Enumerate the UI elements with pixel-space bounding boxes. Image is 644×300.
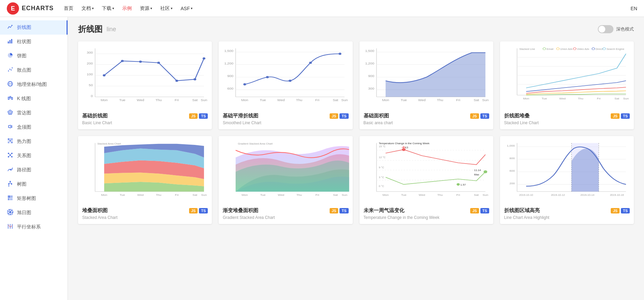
svg-point-72 [139,61,142,63]
toggle-switch[interactable] [598,25,613,33]
sidebar-item-pie[interactable]: 饼图 [0,49,68,63]
svg-text:Wed: Wed [418,98,425,102]
dark-mode-toggle[interactable]: 深色模式 [598,25,634,33]
svg-point-97 [309,62,312,64]
svg-text:12 °C: 12 °C [379,156,385,159]
svg-text:1,200: 1,200 [224,62,234,65]
chart-title-zh: 未来一周气温变化 JS TS [364,207,489,214]
main-nav: 首页 文档▾ 下载▾ 示例 资源▾ 社区▾ ASF▾ [64,5,631,12]
sidebar-item-boxplot[interactable]: 盒须图 [0,120,68,134]
chart-preview-gradient-area: Gradient Stacked Area Chart Mon Tue Wed [219,136,352,204]
main-content: 折线图 line 深色模式 0 50 100 [68,17,644,231]
svg-point-73 [157,62,160,64]
chart-title-en: Smoothed Line Chart [223,120,348,125]
svg-rect-52 [10,198,13,200]
chart-card-temp[interactable]: Temperature Change in the Coming Week 15… [360,136,493,224]
svg-text:Email: Email [547,48,553,51]
chart-info-basic-area: 基础面积图 JS TS Basic area chart [360,109,493,129]
chart-title-en: Temperature Change in the Coming Week [364,215,489,220]
chart-title-zh: 堆叠面积图 JS TS [82,207,208,214]
sidebar-item-map[interactable]: 地理坐标/地图 [0,77,68,92]
svg-rect-28 [8,142,9,143]
svg-point-46 [11,183,12,185]
svg-text:Mon: Mon [100,98,108,102]
chart-card-smooth-line[interactable]: 1,500 1,200 900 600 [219,41,352,129]
svg-text:Wed: Wed [419,193,425,196]
sidebar-label-radar: 雷达图 [17,110,31,116]
sidebar-item-treemap[interactable]: 矩形树图 [0,191,68,206]
badge-ts: TS [480,208,489,213]
svg-text:Mon: Mon [382,193,389,196]
nav-examples[interactable]: 示例 [122,5,132,12]
svg-text:Wed: Wed [277,98,285,102]
svg-text:Fri: Fri [315,98,319,102]
nav-resources[interactable]: 资源▾ [140,5,152,12]
svg-text:Sun: Sun [201,193,207,196]
sidebar-label-pie: 饼图 [17,53,26,59]
sidebar-item-sunburst[interactable]: 旭日图 [0,206,68,220]
nav-asf[interactable]: ASF▾ [181,6,192,11]
chart-title-zh: 基础面积图 JS TS [364,113,489,119]
chart-card-stacked-area[interactable]: Stacked Area Chart 1290 934 1330 1320 82… [78,136,212,224]
svg-point-98 [339,53,342,55]
nav-community[interactable]: 社区▾ [160,5,172,12]
svg-text:Tue: Tue [260,98,266,102]
svg-text:Sun: Sun [482,98,489,102]
sidebar-label-lines: 路径图 [17,167,31,173]
sidebar-item-tree[interactable]: 树图 [0,177,68,191]
svg-text:1,200: 1,200 [365,62,374,65]
chart-card-gradient-area[interactable]: Gradient Stacked Area Chart Mon Tue Wed [219,136,352,224]
sidebar-item-parallel[interactable]: 平行坐标系 [0,220,68,231]
sidebar-item-heatmap[interactable]: 热力图 [0,134,68,149]
chart-card-basic-line[interactable]: 0 50 100 200 300 [78,41,212,129]
chart-card-basic-area[interactable]: 1,500 1,200 900 300 Mon Tue Wed [360,41,493,129]
svg-text:Tue: Tue [119,193,125,196]
sidebar-label-scatter: 散点图 [17,67,31,73]
nav-download[interactable]: 下载▾ [102,5,114,12]
svg-text:1,000: 1,000 [507,144,515,147]
badge-js: JS [611,113,619,119]
svg-text:2019-10-12: 2019-10-12 [551,194,565,196]
badge-js: JS [189,208,198,213]
chart-badges: JS TS [189,113,208,119]
sidebar-item-scatter[interactable]: 散点图 [0,63,68,77]
svg-rect-4 [11,39,12,43]
svg-rect-30 [11,142,13,143]
sidebar-item-lines[interactable]: 路径图 [0,163,68,177]
lines-icon [7,166,14,174]
chart-card-stacked-line[interactable]: Stacked Line Email Union Ads Video Ads D… [500,41,634,129]
tree-icon [7,181,14,188]
nav-home[interactable]: 首页 [64,5,73,12]
badge-ts: TS [480,113,489,119]
svg-point-96 [289,80,292,82]
sidebar-item-graph[interactable]: 关系图 [0,149,68,163]
svg-text:E: E [11,5,15,12]
svg-text:13: 13 [405,146,408,149]
lang-switch[interactable]: EN [631,6,637,11]
sidebar-item-kline[interactable]: K 线图 [0,92,68,106]
svg-text:Search Engine: Search Engine [606,48,624,51]
chart-card-area-highlight[interactable]: 1,000 800 600 200 [500,136,634,224]
sidebar-item-line[interactable]: 折线图 [0,20,68,35]
sidebar-item-bar[interactable]: 柱状图 [0,35,68,49]
chart-title-en: Stacked Line Chart [504,120,630,125]
sidebar-item-radar[interactable]: 雷达图 [0,106,68,120]
sunburst-icon [7,209,14,217]
svg-line-39 [10,155,12,157]
svg-point-53 [9,211,11,213]
svg-text:Sun: Sun [342,98,348,102]
svg-text:900: 900 [368,74,374,78]
badge-js: JS [330,208,338,213]
sidebar-label-kline: K 线图 [17,96,31,102]
chart-preview-area-highlight: 1,000 800 600 200 [500,136,634,204]
logo[interactable]: E ECHARTS [7,2,54,15]
svg-point-9 [12,68,13,69]
badge-ts: TS [621,208,630,213]
svg-point-95 [266,76,269,78]
nav-docs[interactable]: 文档▾ [81,5,94,12]
svg-rect-23 [10,138,11,140]
map-icon [7,81,14,88]
sidebar: 折线图 柱状图 饼图 散点图 地理坐标/地图 [0,17,68,231]
chart-title-en: Basic Line Chart [82,120,208,125]
svg-text:Union Ads: Union Ads [560,48,573,51]
